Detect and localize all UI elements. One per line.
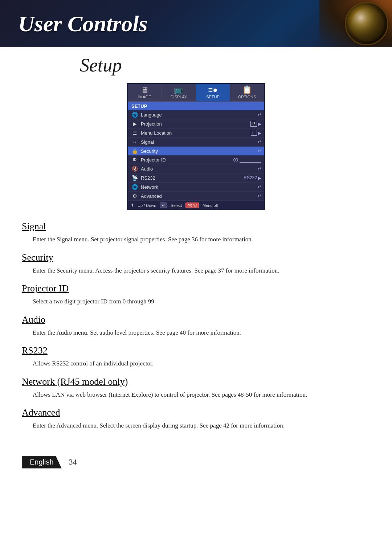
signal-icon: ↔ xyxy=(131,139,139,145)
language-label: English xyxy=(30,458,54,466)
footer-select-key: ↵ xyxy=(160,203,167,208)
projector-id-text: Select a two digit projector ID from 0 t… xyxy=(22,297,370,306)
network-enter: ↵ xyxy=(258,184,261,189)
footer-select-label: Select xyxy=(171,203,182,208)
signal-heading: Signal xyxy=(22,221,370,232)
advanced-text: Enter the Advanced menu. Select the scre… xyxy=(22,421,370,430)
projection-value: P xyxy=(250,121,257,127)
options-tab-icon: 📋 xyxy=(242,86,252,94)
page-title: User Controls xyxy=(18,11,148,37)
projection-box: P xyxy=(250,121,257,127)
advanced-label: Advanced xyxy=(141,193,258,199)
network-icon: 🌐 xyxy=(131,184,139,190)
footer-updown-label: Up / Down xyxy=(138,203,156,208)
projector-id-value: 00 xyxy=(233,158,238,163)
menu-location-icon: ☰ xyxy=(131,130,139,136)
tab-options-label: OPTIONS xyxy=(238,95,256,99)
projector-id-label: Projector ID xyxy=(141,157,232,163)
network-text: Allows LAN via web browser (Internet Exp… xyxy=(22,390,370,400)
menu-row-language: 🌐 Language ↵ xyxy=(128,110,264,119)
language-icon: 🌐 xyxy=(131,112,139,118)
projection-arrow: ▶ xyxy=(258,121,261,127)
audio-label: Audio xyxy=(141,166,258,172)
page-number: 34 xyxy=(69,457,77,467)
menu-row-audio: 🔇 Audio ↵ xyxy=(128,164,264,173)
rs232-text: Allows RS232 control of an individual pr… xyxy=(22,359,370,368)
tab-image-label: IMAGE xyxy=(138,95,151,99)
audio-icon: 🔇 xyxy=(131,166,139,172)
signal-label: Signal xyxy=(141,139,258,145)
signal-enter: ↵ xyxy=(258,139,261,144)
language-enter: ↵ xyxy=(258,112,261,117)
menu-location-arrow: ▶ xyxy=(258,130,261,136)
rs232-label: RS232 xyxy=(141,175,242,181)
security-icon: 🔒 xyxy=(131,148,139,154)
audio-text: Enter the Audio menu. Set audio level pr… xyxy=(22,328,370,338)
menu-row-menu-location: ☰ Menu Location □ ▶ xyxy=(128,128,264,138)
projector-id-input xyxy=(240,158,261,163)
security-heading: Security xyxy=(22,252,370,263)
menu-location-label: Menu Location xyxy=(141,130,249,136)
projector-menu: 🖥 IMAGE 📺 DISPLAY ≡● SETUP 📋 OPTIONS SET… xyxy=(127,83,265,210)
page-subtitle: Setup xyxy=(22,54,370,76)
menu-section-header: SETUP xyxy=(128,102,264,110)
menu-row-projector-id: ID Projector ID 00 xyxy=(128,156,264,164)
audio-enter: ↵ xyxy=(258,166,261,171)
main-content: Setup 🖥 IMAGE 📺 DISPLAY ≡● SETUP 📋 xyxy=(0,47,392,452)
signal-text: Enter the Signal menu. Set projector sig… xyxy=(22,235,370,244)
projector-id-icon: ID xyxy=(131,158,139,162)
menu-footer: ⬆ Up / Down ↵ Select Menu Menu off xyxy=(128,201,264,209)
footer-menu-label: Menu off xyxy=(203,203,218,208)
security-enter: ↵ xyxy=(258,148,261,154)
display-tab-icon: 📺 xyxy=(174,86,184,94)
setup-tab-icon: ≡● xyxy=(208,86,217,94)
menu-row-rs232: 📡 RS232 RS232 ▶ xyxy=(128,173,264,183)
projector-id-heading: Projector ID xyxy=(22,283,370,294)
menu-screenshot: 🖥 IMAGE 📺 DISPLAY ≡● SETUP 📋 OPTIONS SET… xyxy=(22,83,370,210)
rs232-icon: 📡 xyxy=(131,175,139,181)
projection-label: Projection xyxy=(141,121,249,127)
page-footer: English 34 xyxy=(0,456,392,469)
rs232-heading: RS232 xyxy=(22,345,370,356)
advanced-icon: ⚙ xyxy=(131,193,139,199)
tab-display: 📺 DISPLAY xyxy=(162,84,196,101)
menu-location-value: □ xyxy=(251,130,257,136)
network-label: Network xyxy=(141,184,258,190)
sections-container: Signal Enter the Signal menu. Set projec… xyxy=(22,221,370,430)
audio-heading: Audio xyxy=(22,314,370,325)
menu-row-network: 🌐 Network ↵ xyxy=(128,183,264,192)
tab-setup: ≡● SETUP xyxy=(196,84,230,101)
menu-row-security: 🔒 Security ↵ xyxy=(128,147,264,156)
menu-row-advanced: ⚙ Advanced ↵ xyxy=(128,192,264,201)
tab-setup-label: SETUP xyxy=(206,95,220,99)
menu-row-signal: ↔ Signal ↵ xyxy=(128,138,264,147)
header-bar: User Controls xyxy=(0,0,392,47)
language-label: Language xyxy=(141,112,258,118)
advanced-heading: Advanced xyxy=(22,407,370,418)
network-heading: Network (RJ45 model only) xyxy=(22,376,370,387)
projection-icon: ▶ xyxy=(131,121,139,127)
security-text: Enter the Security menu. Access the proj… xyxy=(22,266,370,275)
lens-decoration xyxy=(345,2,388,45)
image-tab-icon: 🖥 xyxy=(141,86,149,94)
advanced-enter: ↵ xyxy=(258,193,261,199)
rs232-arrow: ▶ xyxy=(258,175,261,181)
menu-location-box: □ xyxy=(251,130,257,136)
tab-options: 📋 OPTIONS xyxy=(230,84,264,101)
rs232-value: RS232 xyxy=(244,175,257,180)
language-badge: English xyxy=(22,456,62,469)
footer-updown-icon: ⬆ xyxy=(131,203,134,208)
security-label: Security xyxy=(141,148,258,154)
tab-display-label: DISPLAY xyxy=(171,95,187,99)
menu-tabs: 🖥 IMAGE 📺 DISPLAY ≡● SETUP 📋 OPTIONS xyxy=(128,84,264,102)
footer-menu-key: Menu xyxy=(185,203,199,208)
tab-image: 🖥 IMAGE xyxy=(128,84,162,101)
menu-row-projection: ▶ Projection P ▶ xyxy=(128,119,264,128)
